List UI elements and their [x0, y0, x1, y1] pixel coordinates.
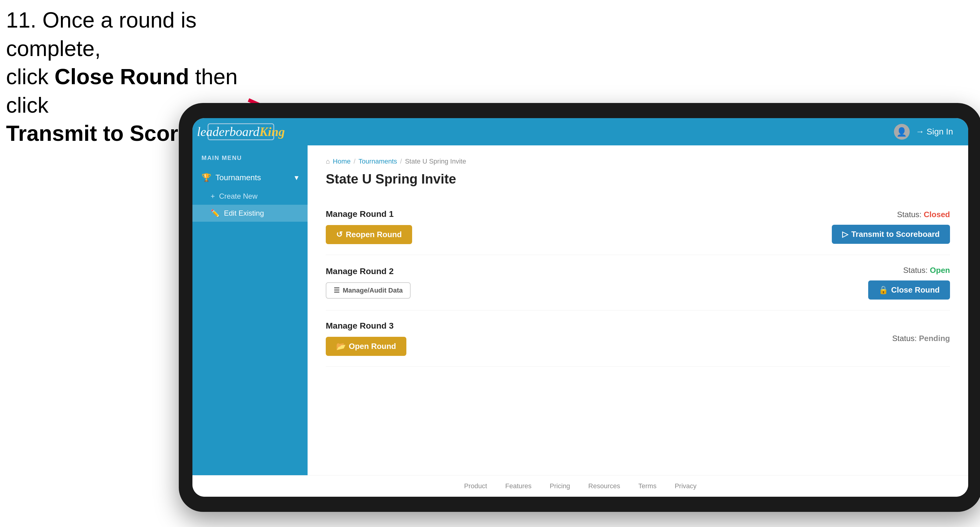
breadcrumb: ⌂ Home / Tournaments / State U Spring In… [326, 157, 950, 165]
round-1-right: Status: Closed ▷ Transmit to Scoreboard [832, 210, 950, 244]
logo-text: leaderboardKing [197, 124, 285, 139]
close-round-button[interactable]: 🔒 Close Round [868, 281, 950, 300]
footer-features[interactable]: Features [505, 482, 531, 490]
instruction-bold-close-round: Close Round [54, 65, 189, 89]
lock-icon: 🔒 [878, 285, 888, 295]
open-icon: 📂 [336, 342, 346, 351]
round-3-section: Manage Round 3 📂 Open Round Status: Pend… [326, 310, 950, 367]
logo-border: leaderboardKing [208, 123, 274, 140]
round-3-title: Manage Round 3 [326, 321, 892, 331]
footer: Product Features Pricing Resources Terms… [192, 475, 968, 497]
logo: leaderboardKing [208, 123, 274, 140]
sign-in-button[interactable]: → Sign In [916, 127, 953, 137]
sign-in-label: Sign In [927, 127, 953, 137]
round-1-left: Manage Round 1 ↺ Reopen Round [326, 209, 832, 244]
sidebar-tournaments-label: Tournaments [215, 173, 261, 183]
breadcrumb-sep2: / [400, 157, 402, 165]
trophy-icon: 🏆 [202, 173, 211, 183]
round-2-section: Manage Round 2 ☰ Manage/Audit Data Statu… [326, 255, 950, 310]
home-icon: ⌂ [326, 157, 330, 165]
close-round-label: Close Round [891, 285, 940, 295]
round-3-left: Manage Round 3 📂 Open Round [326, 321, 892, 356]
data-icon: ☰ [334, 287, 340, 294]
edit-icon: ✏️ [211, 209, 220, 217]
main-content: MAIN MENU 🏆 Tournaments ▾ + Create New [192, 145, 968, 475]
instruction-line2-plain: click [6, 65, 54, 89]
reopen-round-button[interactable]: ↺ Reopen Round [326, 225, 412, 244]
round-3-status: Status: Pending [892, 334, 950, 343]
transmit-to-scoreboard-button[interactable]: ▷ Transmit to Scoreboard [832, 225, 950, 244]
round-2-title: Manage Round 2 [326, 267, 868, 276]
page-content-area: ⌂ Home / Tournaments / State U Spring In… [307, 145, 968, 475]
user-icon: 👤 [896, 127, 907, 137]
round-3-status-label: Status: [892, 334, 917, 343]
breadcrumb-current: State U Spring Invite [405, 157, 466, 165]
sidebar-item-left: 🏆 Tournaments [202, 173, 261, 183]
round-1-status: Status: Closed [897, 210, 950, 219]
footer-pricing[interactable]: Pricing [550, 482, 570, 490]
page-title: State U Spring Invite [326, 171, 950, 187]
round-1-status-value: Closed [924, 210, 950, 219]
sidebar: MAIN MENU 🏆 Tournaments ▾ + Create New [192, 145, 307, 475]
sidebar-edit-existing-label: Edit Existing [224, 209, 264, 217]
transmit-scoreboard-label: Transmit to Scoreboard [851, 230, 940, 239]
footer-product[interactable]: Product [464, 482, 487, 490]
round-2-status-label: Status: [903, 266, 928, 275]
breadcrumb-home[interactable]: Home [333, 157, 351, 165]
round-1-title: Manage Round 1 [326, 209, 832, 219]
sidebar-item-create-new[interactable]: + Create New [192, 188, 307, 205]
logo-leaderboard: leaderboard [197, 125, 259, 139]
round-2-left: Manage Round 2 ☰ Manage/Audit Data [326, 267, 868, 298]
reopen-icon: ↺ [336, 230, 343, 239]
user-avatar: 👤 [894, 124, 910, 140]
round-3-right: Status: Pending [892, 334, 950, 343]
open-round-label: Open Round [349, 342, 396, 351]
round-1-status-label: Status: [897, 210, 921, 219]
chevron-down-icon: ▾ [294, 173, 299, 183]
top-nav-bar: leaderboardKing 👤 → Sign In [192, 118, 968, 145]
footer-terms[interactable]: Terms [638, 482, 657, 490]
breadcrumb-tournaments[interactable]: Tournaments [358, 157, 397, 165]
main-menu-label: MAIN MENU [192, 154, 307, 162]
round-2-status-value: Open [930, 266, 950, 275]
manage-audit-label: Manage/Audit Data [343, 287, 403, 294]
footer-privacy[interactable]: Privacy [675, 482, 696, 490]
signin-arrow-icon: → [916, 127, 924, 137]
footer-resources[interactable]: Resources [588, 482, 620, 490]
reopen-round-label: Reopen Round [346, 230, 402, 239]
round-3-status-value: Pending [919, 334, 950, 343]
manage-audit-data-button[interactable]: ☰ Manage/Audit Data [326, 282, 410, 298]
open-round-button[interactable]: 📂 Open Round [326, 337, 406, 356]
logo-king: King [259, 125, 285, 139]
round-2-right: Status: Open 🔒 Close Round [868, 266, 950, 300]
sidebar-item-tournaments[interactable]: 🏆 Tournaments ▾ [192, 167, 307, 188]
round-2-status: Status: Open [903, 266, 950, 275]
sidebar-create-new-label: Create New [219, 192, 258, 200]
plus-icon: + [211, 192, 215, 200]
tablet-screen: leaderboardKing 👤 → Sign In MAIN MENU [192, 118, 968, 497]
breadcrumb-sep1: / [354, 157, 355, 165]
sidebar-item-edit-existing[interactable]: ✏️ Edit Existing [192, 205, 307, 222]
instruction-line1: 11. Once a round is complete, [6, 6, 279, 63]
transmit-icon: ▷ [842, 230, 848, 239]
round-1-section: Manage Round 1 ↺ Reopen Round Status: Cl… [326, 199, 950, 255]
top-right-area: 👤 → Sign In [894, 124, 953, 140]
tablet-device: leaderboardKing 👤 → Sign In MAIN MENU [179, 103, 980, 512]
